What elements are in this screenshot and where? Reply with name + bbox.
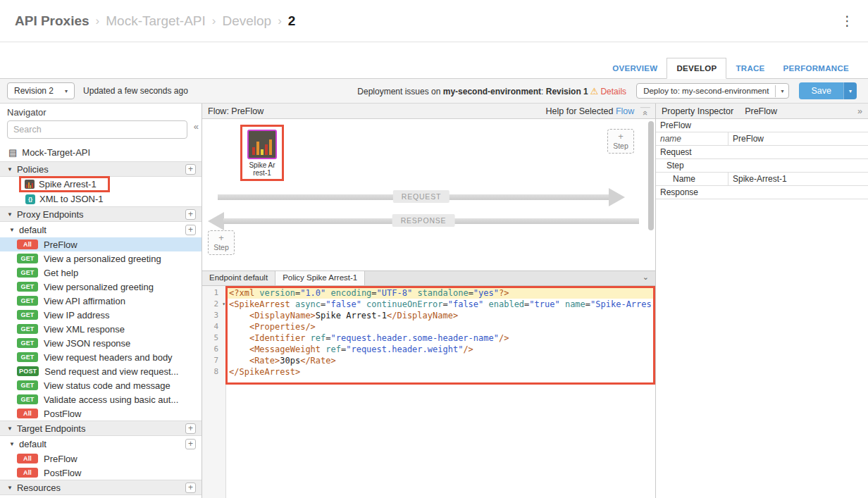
xml-to-json-icon: {} xyxy=(25,194,35,204)
tab-performance[interactable]: PERFORMANCE xyxy=(774,58,858,78)
sidebar-item-policy[interactable]: {}XML to JSON-1 xyxy=(0,192,202,206)
sidebar-item-mock-target-api[interactable]: ▤ Mock-Target-API xyxy=(0,143,202,161)
sidebar-flow-item[interactable]: GETView status code and message xyxy=(0,378,202,392)
spike-arrest-policy-icon[interactable] xyxy=(247,130,277,159)
details-link[interactable]: Details xyxy=(600,87,626,97)
group-header-default[interactable]: ▼default+ xyxy=(0,436,202,452)
response-flow-arrow: RESPONSE xyxy=(208,212,639,230)
add-button[interactable]: + xyxy=(185,439,196,449)
section-header-policies[interactable]: ▼Policies+ xyxy=(0,161,202,177)
breadcrumb-item[interactable]: Develop xyxy=(222,13,271,29)
search-input[interactable] xyxy=(7,120,187,139)
inspector-row[interactable]: Step xyxy=(656,159,868,173)
collapse-left-icon[interactable]: « xyxy=(194,121,199,132)
tab-develop[interactable]: DEVELOP xyxy=(666,58,726,79)
search-box xyxy=(0,120,202,143)
code-line[interactable]: 1<?xml version="1.0" encoding="UTF-8" st… xyxy=(202,287,655,299)
editor-tabs: Endpoint defaultPolicy Spike Arrest-1⌄ xyxy=(202,271,655,286)
method-badge: GET xyxy=(17,282,38,292)
add-button[interactable]: + xyxy=(185,164,196,175)
expand-right-icon[interactable]: » xyxy=(857,106,862,116)
deployment-warning: Deployment issues on my-second-environme… xyxy=(357,86,626,97)
inspector-row-value xyxy=(728,119,733,132)
section-header-target-endpoints[interactable]: ▼Target Endpoints+ xyxy=(0,421,202,436)
add-button[interactable]: + xyxy=(185,225,196,235)
flow-item-label: Get help xyxy=(44,268,78,278)
sidebar-flow-item[interactable]: GETValidate access using basic aut... xyxy=(0,392,202,406)
deploy-dropdown[interactable]: Deploy to: my-second-environment ▾ xyxy=(636,83,789,99)
toolbar: Revision 2 ▾ Updated a few seconds ago D… xyxy=(0,79,868,104)
line-number: 2▾ xyxy=(202,299,225,310)
sidebar-flow-item[interactable]: AllPreFlow xyxy=(0,452,202,466)
add-button[interactable]: + xyxy=(185,209,196,220)
sidebar-flow-item[interactable]: POSTSend request and view request... xyxy=(0,364,202,378)
method-badge: POST xyxy=(17,366,39,376)
inspector-row[interactable]: NameSpike-Arrest-1 xyxy=(656,173,868,186)
sidebar-flow-item[interactable]: GETGet help xyxy=(0,266,202,280)
add-step-button-bottom[interactable]: + Step xyxy=(208,230,235,255)
kebab-menu-icon[interactable]: ⋮ xyxy=(841,14,854,27)
tab-overview[interactable]: OVERVIEW xyxy=(603,58,666,78)
method-badge: All xyxy=(17,409,38,418)
code-line[interactable]: 2▾<SpikeArrest async="false" continueOnE… xyxy=(202,299,655,310)
sidebar-flow-item[interactable]: GETView personalized greeting xyxy=(0,280,202,294)
add-step-button-top[interactable]: + Step xyxy=(607,129,634,154)
editor-tab[interactable]: Policy Spike Arrest-1 xyxy=(275,271,365,285)
sidebar-flow-item[interactable]: GETView API affirmation xyxy=(0,294,202,308)
fold-icon[interactable]: ▾ xyxy=(222,299,225,310)
sidebar-flow-item[interactable]: GETView a personalized greeting xyxy=(0,251,202,266)
group-header-default[interactable]: ▼default+ xyxy=(0,222,202,237)
group-label: default xyxy=(19,439,185,449)
breadcrumb-item[interactable]: API Proxies xyxy=(15,13,89,29)
sidebar-flow-item[interactable]: GETView JSON response xyxy=(0,336,202,350)
sidebar-flow-item[interactable]: AllPostFlow xyxy=(0,466,202,480)
plus-icon: + xyxy=(608,132,633,142)
save-button[interactable]: Save ▾ xyxy=(799,82,857,99)
code-content: </SpikeArrest> xyxy=(225,366,655,378)
method-badge: GET xyxy=(17,338,38,348)
sidebar-flow-item[interactable]: AllPreFlow xyxy=(0,237,202,251)
tab-trace[interactable]: TRACE xyxy=(726,58,774,78)
add-button[interactable]: + xyxy=(185,483,196,493)
scrollbar[interactable] xyxy=(648,121,654,230)
help-flow-link[interactable]: Flow xyxy=(616,106,634,116)
code-line[interactable]: 5 <Identifier ref="request.header.some-h… xyxy=(202,332,655,344)
request-flow-arrow: REQUEST xyxy=(218,188,625,206)
revision-dropdown[interactable]: Revision 2 ▾ xyxy=(7,82,75,99)
code-line[interactable]: 8</SpikeArrest> xyxy=(202,366,655,378)
flow-item-label: View IP address xyxy=(44,310,109,320)
inspector-row-value: PreFlow xyxy=(728,132,764,145)
inspector-row[interactable]: PreFlow xyxy=(656,119,868,132)
add-button[interactable]: + xyxy=(185,423,196,434)
response-label: RESPONSE xyxy=(392,214,455,227)
breadcrumb-item[interactable]: Mock-Target-API xyxy=(106,13,205,29)
policy-node-label-line2: rest-1 xyxy=(249,169,275,177)
chevron-down-icon[interactable]: ⌄ xyxy=(636,271,655,285)
inspector-row-label: Step xyxy=(656,159,728,172)
sidebar-flow-item[interactable]: AllPostFlow xyxy=(0,406,202,421)
chevron-down-icon[interactable]: ▾ xyxy=(775,85,788,97)
code-line[interactable]: 4 <Properties/> xyxy=(202,321,655,332)
section-header-resources[interactable]: ▼Resources+ xyxy=(0,480,202,495)
line-number: 1 xyxy=(202,287,225,299)
line-number: 8 xyxy=(202,366,225,378)
sidebar-flow-item[interactable]: GETView request headers and body xyxy=(0,350,202,364)
sidebar-flow-item[interactable]: GETView XML response xyxy=(0,322,202,336)
editor-tab[interactable]: Endpoint default xyxy=(202,271,275,285)
code-line[interactable]: 7 <Rate>30ps</Rate> xyxy=(202,355,655,366)
code-line[interactable]: 3 <DisplayName>Spike Arrest-1</DisplayNa… xyxy=(202,310,655,321)
code-line[interactable]: 6 <MessageWeight ref="request.header.wei… xyxy=(202,344,655,355)
section-header-proxy-endpoints[interactable]: ▼Proxy Endpoints+ xyxy=(0,206,202,222)
code-editor[interactable]: 1<?xml version="1.0" encoding="UTF-8" st… xyxy=(202,286,655,498)
develop-panel: Flow: PreFlow Help for Selected Flow « S… xyxy=(202,104,655,498)
collapse-up-icon[interactable]: « xyxy=(640,107,650,116)
sidebar-flow-item[interactable]: GETView IP address xyxy=(0,308,202,322)
inspector-row[interactable]: namePreFlow xyxy=(656,132,868,146)
sidebar-item-policy[interactable]: Spike Arrest-1 xyxy=(0,177,202,192)
inspector-row[interactable]: Response xyxy=(656,186,868,199)
save-dropdown-toggle[interactable]: ▾ xyxy=(843,82,857,99)
section-label: Resources xyxy=(17,483,185,493)
chevron-down-icon: ▼ xyxy=(7,166,13,173)
save-button-label[interactable]: Save xyxy=(799,82,843,99)
inspector-row[interactable]: Request xyxy=(656,146,868,159)
